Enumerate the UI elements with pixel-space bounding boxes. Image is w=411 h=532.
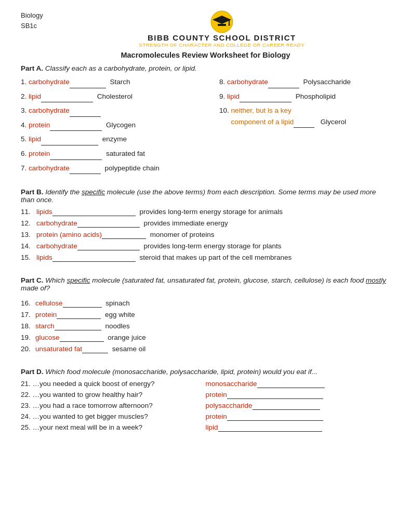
item-num: 15. xyxy=(21,254,36,261)
item-desc: polypeptide chain xyxy=(103,163,160,174)
blank xyxy=(41,91,93,103)
course-label: Biology SB1c xyxy=(21,10,43,31)
list-item: 7. carbohydrate polypeptide chain xyxy=(21,163,209,175)
list-item: 9. lipid Phospholipid xyxy=(219,91,390,103)
answer-text: glucose xyxy=(35,334,60,341)
answer-text: protein (amino acids) xyxy=(36,231,102,238)
district-name: BIBB COUNTY SCHOOL DISTRICT xyxy=(148,33,296,42)
item-num: 11. xyxy=(21,208,36,216)
page-title: Macromolecules Review Worksheet for Biol… xyxy=(21,51,390,59)
item-num: 13. xyxy=(21,231,36,238)
blank xyxy=(294,116,314,128)
answer-text: carbohydrate xyxy=(29,163,70,174)
blank xyxy=(240,91,291,103)
list-item: 4. protein Glycogen xyxy=(21,119,209,131)
list-item: 19. glucose orange juice xyxy=(21,334,390,342)
part-c: Part C. Which specific molecule (saturat… xyxy=(21,276,390,353)
list-item: 6. protein saturated fat xyxy=(21,148,209,160)
item-desc: Glycerol xyxy=(319,118,346,126)
answer-text: protein xyxy=(29,119,50,131)
part-d: Part D. Which food molecule (monosacchar… xyxy=(21,368,390,432)
blank xyxy=(41,134,98,145)
list-item: 14. carbohydrate provides long-term ener… xyxy=(21,242,390,250)
item-num: 1. xyxy=(21,76,29,88)
part-d-header: Part D. Which food molecule (monosacchar… xyxy=(21,368,390,376)
item-num: 6. xyxy=(21,148,29,159)
item-num: 14. xyxy=(21,242,36,250)
list-item: 1. carbohydrate Starch xyxy=(21,76,209,88)
answer-text: cellulose xyxy=(35,299,63,307)
blank xyxy=(57,311,101,319)
part-a-left: 1. carbohydrate Starch 2. lipid Choleste… xyxy=(21,76,209,177)
item-question: 25. …your next meal will be in a week? xyxy=(21,423,206,432)
item-desc: monomer of proteins xyxy=(148,231,215,238)
part-c-header: Part C. Which specific molecule (saturat… xyxy=(21,276,390,292)
answer-text: starch xyxy=(35,322,55,330)
blank xyxy=(268,76,299,88)
list-item: 12. carbohydrate provides immediate ener… xyxy=(21,219,390,228)
item-num: 7. xyxy=(21,163,29,174)
item-desc: enzyme xyxy=(100,134,127,145)
item-num: 17. xyxy=(21,311,35,318)
item-num: 9. xyxy=(219,91,227,102)
list-item: 21. …you needed a quick boost of energy?… xyxy=(21,380,390,388)
item-question: 22. …you wanted to grow healthy hair? xyxy=(21,391,206,399)
item-desc: Cholesterol xyxy=(95,91,132,102)
part-a-columns: 1. carbohydrate Starch 2. lipid Choleste… xyxy=(21,76,390,177)
list-item: 20. unsaturated fat sesame oil xyxy=(21,345,390,353)
item-desc: steroid that makes up part of the cell m… xyxy=(138,254,291,261)
item-desc: provides long-term energy storage for an… xyxy=(138,208,283,216)
blank xyxy=(60,334,104,342)
answer-text: protein xyxy=(35,311,57,318)
logo-area: BIBB COUNTY SCHOOL DISTRICT STRENGTH OF … xyxy=(54,10,390,48)
item-num: 12. xyxy=(21,219,36,227)
item-desc: spinach xyxy=(104,299,130,307)
item-num: 3. xyxy=(21,105,29,116)
graduation-cap-icon xyxy=(210,10,233,33)
answer-text: carbohydrate xyxy=(227,76,268,88)
answer-text: carbohydrate xyxy=(36,242,77,250)
item-desc: provides immediate energy xyxy=(142,219,228,227)
list-item: 24. …you wanted to get bigger muscles? p… xyxy=(21,413,390,421)
list-item: 16. cellulose spinach xyxy=(21,299,390,308)
answer-text: carbohydrate xyxy=(29,76,70,88)
item-num: 19. xyxy=(21,334,35,341)
list-item: 17. protein egg white xyxy=(21,311,390,319)
item-content: neither, but is a keycomponent of a lipi… xyxy=(231,105,346,128)
list-item: 18. starch noodles xyxy=(21,322,390,330)
blank xyxy=(52,254,136,262)
district-sub: STRENGTH OF CHARACTER AND COLLEGE OR CAR… xyxy=(139,42,305,48)
answer-text: carbohydrate xyxy=(29,105,70,116)
answer-text: lipids xyxy=(36,208,52,216)
part-b-header: Part B. Identify the specific molecule (… xyxy=(21,188,390,204)
list-item: 22. …you wanted to grow healthy hair? pr… xyxy=(21,391,390,399)
blank xyxy=(55,322,101,330)
blank xyxy=(82,345,108,353)
blank xyxy=(102,231,146,239)
item-desc: sesame oil xyxy=(110,345,145,353)
item-desc: Polysaccharide xyxy=(301,76,351,88)
part-a-right: 8. carbohydrate Polysaccharide 9. lipid … xyxy=(219,76,390,177)
item-num: 5. xyxy=(21,134,29,145)
blank xyxy=(52,208,136,216)
item-num: 18. xyxy=(21,322,35,330)
blank xyxy=(70,163,101,175)
list-item: 25. …your next meal will be in a week? l… xyxy=(21,423,390,432)
item-desc: Starch xyxy=(108,76,130,88)
item-desc: noodles xyxy=(103,322,130,330)
answer-text: protein xyxy=(29,148,50,159)
answer-text: lipid xyxy=(29,91,41,102)
list-item: 15. lipids steroid that makes up part of… xyxy=(21,254,390,262)
list-item: 5. lipid enzyme xyxy=(21,134,209,145)
answer-text: unsaturated fat xyxy=(35,345,82,353)
item-num: 8. xyxy=(219,76,227,88)
part-b: Part B. Identify the specific molecule (… xyxy=(21,188,390,262)
item-answer: protein xyxy=(206,413,391,421)
item-answer: monosaccharide xyxy=(206,380,391,388)
answer-text: lipid xyxy=(29,134,41,145)
item-desc: orange juice xyxy=(106,334,146,341)
blank xyxy=(77,242,140,250)
item-num: 16. xyxy=(21,299,35,307)
page-header: Biology SB1c BIBB COUNTY SCHOOL DISTRICT… xyxy=(21,10,390,48)
answer-text: lipid xyxy=(227,91,240,102)
